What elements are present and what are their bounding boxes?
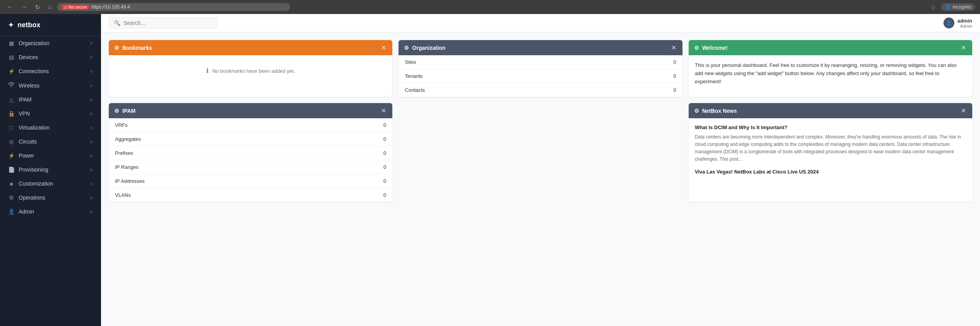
- sidebar-item-customization[interactable]: ◈ Customization ∨: [0, 177, 101, 191]
- ipam-icon: △: [8, 96, 15, 103]
- user-name-block: admin Admin: [957, 18, 972, 28]
- sidebar-item-devices[interactable]: ▤ Devices ∨: [0, 50, 101, 64]
- sidebar-label-virtualization: Virtualization: [19, 124, 50, 131]
- user-role: Admin: [957, 24, 972, 28]
- home-button[interactable]: ⌂: [45, 3, 54, 11]
- sidebar-label-customization: Customization: [19, 181, 53, 187]
- sidebar-label-wireless: Wireless: [19, 82, 40, 89]
- sidebar-logo[interactable]: ✦ netbox: [0, 14, 101, 36]
- search-container[interactable]: 🔍: [109, 17, 218, 29]
- ipam-vrfs-label: VRFs: [115, 122, 128, 128]
- org-row-sites[interactable]: Sites 0: [399, 55, 682, 69]
- chevron-provisioning-icon: ∨: [90, 167, 93, 172]
- sidebar: ✦ netbox ▦ Organization ∨ ▤ Devices ∨: [0, 14, 101, 326]
- close-ipam-button[interactable]: ✕: [380, 107, 387, 114]
- widget-bookmarks-header: ⚙ Bookmarks ✕: [109, 40, 392, 55]
- incognito-button[interactable]: 👤 Incognito: [941, 3, 975, 11]
- ipam-prefixes-count: 0: [383, 150, 386, 156]
- ipam-vrfs-count: 0: [383, 122, 386, 128]
- bookmarks-body: ℹ No bookmarks have been added yet.: [109, 55, 392, 86]
- chevron-ipam-icon: ∨: [90, 97, 93, 102]
- widget-organization: ⚙ Organization ✕ Sites 0 Tenants 0: [399, 40, 682, 97]
- close-organization-button[interactable]: ✕: [670, 44, 677, 51]
- gear-org-icon[interactable]: ⚙: [404, 45, 409, 51]
- org-contacts-label: Contacts: [405, 87, 425, 93]
- logo-icon: ✦: [8, 20, 14, 30]
- no-bookmarks-text: No bookmarks have been added yet.: [212, 68, 295, 74]
- ipam-row-ip-addresses[interactable]: IP Addresses 0: [109, 174, 392, 188]
- ipam-row-ip-ranges[interactable]: IP Ranges 0: [109, 160, 392, 174]
- bookmark-star-icon[interactable]: ☆: [928, 4, 938, 11]
- gear-welcome-icon[interactable]: ⚙: [694, 45, 699, 51]
- user-name: admin: [957, 18, 972, 24]
- ipam-aggregates-label: Aggregates: [115, 136, 141, 142]
- org-sites-label: Sites: [405, 59, 416, 65]
- organization-title: Organization: [412, 45, 446, 51]
- sidebar-item-wireless[interactable]: Wireless ∨: [0, 78, 101, 93]
- widget-bookmarks: ⚙ Bookmarks ✕ ℹ No bookmarks have been a…: [109, 40, 392, 97]
- sidebar-item-power[interactable]: ⚡ Power ∨: [0, 149, 101, 163]
- ipam-row-aggregates[interactable]: Aggregates 0: [109, 132, 392, 146]
- forward-button[interactable]: →: [19, 3, 30, 11]
- org-tenants-count: 0: [673, 73, 676, 79]
- user-info[interactable]: 👤 admin Admin: [943, 18, 972, 28]
- sidebar-item-connections[interactable]: ⚡ Connections ∨: [0, 64, 101, 78]
- chevron-operations-icon: ∨: [90, 195, 93, 200]
- ipam-row-prefixes[interactable]: Prefixes 0: [109, 146, 392, 160]
- sidebar-item-organization[interactable]: ▦ Organization ∨: [0, 36, 101, 50]
- reload-button[interactable]: ↻: [33, 3, 42, 12]
- news-item-2: Viva Las Vegas! NetBox Labs at Cisco Liv…: [695, 168, 966, 176]
- sidebar-item-vpn[interactable]: 🔒 VPN ∨: [0, 107, 101, 121]
- not-secure-badge: ⚠ Not secure: [62, 5, 89, 10]
- sidebar-item-circuits[interactable]: ◎ Circuits ∨: [0, 135, 101, 149]
- sidebar-label-devices: Devices: [19, 54, 38, 60]
- sidebar-item-virtualization[interactable]: □ Virtualization ∨: [0, 121, 101, 135]
- welcome-title: Welcome!: [702, 45, 728, 51]
- sidebar-label-ipam: IPAM: [19, 96, 31, 103]
- address-text: https://10.105.49.4: [91, 4, 130, 10]
- back-button[interactable]: ←: [5, 3, 16, 11]
- gear-icon[interactable]: ⚙: [114, 45, 119, 51]
- sidebar-label-circuits: Circuits: [19, 138, 37, 145]
- org-row-tenants[interactable]: Tenants 0: [399, 69, 682, 83]
- news-body: What Is DCIM and Why Is It Important? Da…: [689, 118, 972, 186]
- power-icon: ⚡: [8, 152, 15, 159]
- org-tenants-label: Tenants: [405, 73, 423, 79]
- widget-welcome-header: ⚙ Welcome! ✕: [689, 40, 972, 55]
- widget-ipam: ⚙ IPAM ✕ VRFs 0 Aggregates 0 Prefi: [109, 103, 392, 202]
- gear-news-icon[interactable]: ⚙: [694, 108, 699, 114]
- search-input[interactable]: [124, 20, 212, 26]
- org-sites-count: 0: [673, 59, 676, 65]
- ipam-row-vlans[interactable]: VLANs 0: [109, 188, 392, 202]
- ipam-ip-ranges-count: 0: [383, 164, 386, 170]
- close-news-button[interactable]: ✕: [960, 107, 967, 114]
- gear-ipam-icon[interactable]: ⚙: [114, 108, 119, 114]
- sidebar-item-admin[interactable]: 👤 Admin ∨: [0, 205, 101, 219]
- ipam-ip-addresses-label: IP Addresses: [115, 178, 144, 184]
- incognito-icon: 👤: [945, 4, 951, 10]
- chevron-customization-icon: ∨: [90, 181, 93, 186]
- close-bookmarks-button[interactable]: ✕: [380, 44, 387, 51]
- sidebar-item-provisioning[interactable]: 📄 Provisioning ∨: [0, 163, 101, 177]
- top-bar: 🔍 👤 admin Admin: [101, 14, 980, 32]
- customization-icon: ◈: [8, 181, 15, 187]
- sidebar-item-ipam[interactable]: △ IPAM ∨: [0, 93, 101, 107]
- ipam-prefixes-label: Prefixes: [115, 150, 133, 156]
- org-row-contacts[interactable]: Contacts 0: [399, 83, 682, 97]
- organization-icon: ▦: [8, 40, 15, 46]
- bookmarks-title: Bookmarks: [122, 45, 152, 51]
- connections-icon: ⚡: [8, 68, 15, 74]
- chevron-power-icon: ∨: [90, 153, 93, 158]
- sidebar-item-operations[interactable]: ⚙ Operations ∨: [0, 191, 101, 205]
- incognito-label: Incognito: [952, 4, 971, 10]
- close-welcome-button[interactable]: ✕: [960, 44, 967, 51]
- provisioning-icon: 📄: [8, 167, 15, 173]
- sidebar-label-power: Power: [19, 152, 34, 159]
- ipam-vlans-label: VLANs: [115, 192, 131, 198]
- ipam-row-vrfs[interactable]: VRFs 0: [109, 118, 392, 132]
- wireless-icon: [8, 82, 15, 89]
- ipam-vlans-count: 0: [383, 192, 386, 198]
- address-bar[interactable]: ⚠ Not secure https://10.105.49.4: [57, 3, 290, 11]
- organization-body: Sites 0 Tenants 0 Contacts 0: [399, 55, 682, 97]
- not-secure-label: Not secure: [68, 5, 87, 9]
